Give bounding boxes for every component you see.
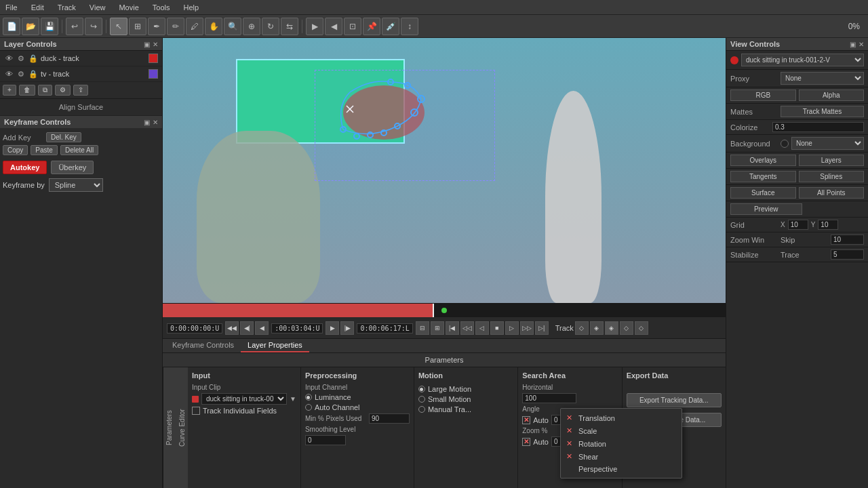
large-motion-radio[interactable] — [418, 386, 425, 392]
track-opt3-btn[interactable]: ◈ — [605, 321, 618, 335]
eye-icon-tv[interactable]: 👁 — [4, 70, 14, 78]
tool-select2[interactable]: ⊞ — [129, 18, 146, 35]
add-layer-btn[interactable]: + — [3, 85, 16, 96]
splines-btn[interactable]: Splines — [799, 171, 865, 182]
vc-minimize-icon[interactable]: ▣ — [850, 41, 856, 48]
tangents-btn[interactable]: Tangents — [730, 171, 796, 182]
tool-eyedrop[interactable]: 💉 — [382, 18, 399, 35]
auto-angle-checkbox[interactable]: ✕ — [522, 416, 530, 424]
menu-file[interactable]: File — [3, 2, 20, 13]
track-individual-checkbox[interactable] — [192, 407, 200, 415]
tool-undo[interactable]: ↩ — [66, 18, 83, 35]
menu-help[interactable]: Help — [180, 2, 201, 13]
layer-tv-track[interactable]: 👁 ⚙ 🔒 tv - track — [0, 66, 162, 82]
auto-channel-radio[interactable] — [305, 404, 312, 411]
grid-x-input[interactable] — [788, 220, 808, 230]
gear-icon-duck[interactable]: ⚙ — [16, 54, 26, 63]
del-key-btn[interactable]: Del. Key — [46, 132, 81, 142]
layer-name-select[interactable]: duck sitting in truck-001-2-V — [741, 54, 864, 66]
proxy-select[interactable]: None — [781, 72, 864, 85]
tool-open[interactable]: 📂 — [22, 18, 39, 35]
tool-pen2[interactable]: ✏ — [167, 18, 184, 35]
preview-btn[interactable]: Preview — [730, 203, 802, 215]
motion-shear[interactable]: ✕ Shear — [561, 450, 682, 463]
motion-rotation[interactable]: ✕ Rotation — [561, 437, 682, 450]
tool-zoom[interactable]: 🔍 — [224, 18, 241, 35]
autokey-btn[interactable]: Autokey — [3, 161, 47, 174]
track-fwd-1-btn[interactable]: ▷ — [505, 321, 519, 335]
background-select[interactable]: None — [791, 137, 864, 150]
tool-select[interactable]: ↖ — [110, 18, 127, 35]
align-surface-btn[interactable]: Align Surface — [0, 99, 162, 116]
eye-icon-duck[interactable]: 👁 — [4, 54, 14, 62]
menu-movie[interactable]: Movie — [116, 2, 141, 13]
delete-layer-btn[interactable]: 🗑 — [19, 85, 35, 96]
track-fwd-all-btn[interactable]: ▷| — [535, 321, 549, 335]
paste-btn[interactable]: Paste — [31, 145, 58, 155]
duplicate-layer-btn[interactable]: ⧉ — [38, 85, 52, 96]
set-in-btn[interactable]: ⊞ — [431, 321, 444, 335]
trace-input[interactable] — [831, 249, 864, 260]
layer-settings-btn[interactable]: ⚙ — [55, 85, 71, 96]
tool-pin[interactable]: 📌 — [363, 18, 380, 35]
close-icon[interactable]: ✕ — [153, 41, 158, 48]
side-tab-parameters[interactable]: Parameters — [165, 410, 173, 445]
alpha-btn[interactable]: Alpha — [799, 89, 865, 101]
track-back-btn[interactable]: ◁◁ — [460, 321, 474, 335]
tool-flip[interactable]: ⇆ — [281, 18, 298, 35]
surface-btn[interactable]: Surface — [730, 187, 796, 199]
motion-scale[interactable]: ✕ Scale — [561, 424, 682, 437]
skip-input[interactable] — [831, 235, 864, 245]
track-opt1-btn[interactable]: ◇ — [575, 321, 589, 335]
tool-track2[interactable]: ◀ — [325, 18, 342, 35]
motion-translation[interactable]: ✕ Translation — [561, 411, 682, 424]
manual-track-radio[interactable] — [418, 406, 425, 413]
lock-icon-duck[interactable]: 🔒 — [28, 54, 38, 63]
play-back-1-btn[interactable]: ◀ — [255, 321, 269, 335]
menu-track[interactable]: Track — [55, 2, 79, 13]
clip-arrow-icon[interactable]: ▼ — [290, 395, 296, 403]
step-back-btn[interactable]: ◀| — [240, 321, 254, 335]
video-canvas[interactable] — [163, 38, 726, 303]
colorize-input[interactable] — [772, 122, 864, 132]
export-tracking-btn[interactable]: Export Tracking Data... — [627, 393, 722, 407]
tool-new[interactable]: 📄 — [3, 18, 20, 35]
kf-close-icon[interactable]: ✕ — [153, 119, 158, 126]
menu-view[interactable]: View — [87, 2, 108, 13]
layer-duck-track[interactable]: 👁 ⚙ 🔒 duck - track — [0, 51, 162, 66]
play-back-btn[interactable]: ◀◀ — [225, 321, 239, 335]
timeline-bar[interactable] — [163, 304, 726, 317]
horizontal-input[interactable] — [522, 393, 576, 403]
smoothing-input[interactable] — [305, 435, 346, 445]
clip-select[interactable]: duck sitting in truck-00 — [201, 393, 287, 405]
motion-perspective[interactable]: Perspective — [561, 463, 682, 475]
tab-keyframe-controls[interactable]: Keyframe Controls — [165, 339, 241, 352]
delete-all-btn[interactable]: Delete All — [60, 145, 98, 155]
tool-redo[interactable]: ↪ — [85, 18, 102, 35]
keyframe-by-select[interactable]: Spline — [49, 178, 103, 192]
layers-btn[interactable]: Layers — [799, 155, 865, 166]
tool-rotate[interactable]: ↻ — [262, 18, 279, 35]
auto-zoom-checkbox[interactable]: ✕ — [522, 438, 530, 446]
menu-edit[interactable]: Edit — [28, 2, 47, 13]
track-stop-btn[interactable]: ■ — [490, 321, 504, 335]
tab-layer-properties[interactable]: Layer Properties — [241, 339, 309, 352]
tool-pen[interactable]: ✒ — [148, 18, 165, 35]
overlays-btn[interactable]: Overlays — [730, 155, 796, 166]
luminance-radio[interactable] — [305, 394, 312, 401]
track-opt4-btn[interactable]: ◇ — [620, 321, 633, 335]
menu-tools[interactable]: Tools — [150, 2, 173, 13]
play-fwd-btn[interactable]: ▶ — [326, 321, 339, 335]
loop-btn[interactable]: ⊟ — [416, 321, 429, 335]
tool-zoom2[interactable]: ⊕ — [243, 18, 260, 35]
grid-y-input[interactable] — [818, 220, 838, 230]
track-opt5-btn[interactable]: ◇ — [635, 321, 648, 335]
layer-export-btn[interactable]: ⇪ — [73, 85, 88, 96]
track-back-all-btn[interactable]: |◀ — [446, 321, 459, 335]
tool-transform[interactable]: ⊡ — [344, 18, 361, 35]
tool-motion[interactable]: ↕ — [401, 18, 418, 35]
track-mattes-btn[interactable]: Track Mattes — [781, 106, 864, 117]
min-pixels-input[interactable] — [369, 413, 410, 424]
rgb-btn[interactable]: RGB — [730, 89, 796, 101]
track-fwd-btn[interactable]: ▷▷ — [520, 321, 534, 335]
